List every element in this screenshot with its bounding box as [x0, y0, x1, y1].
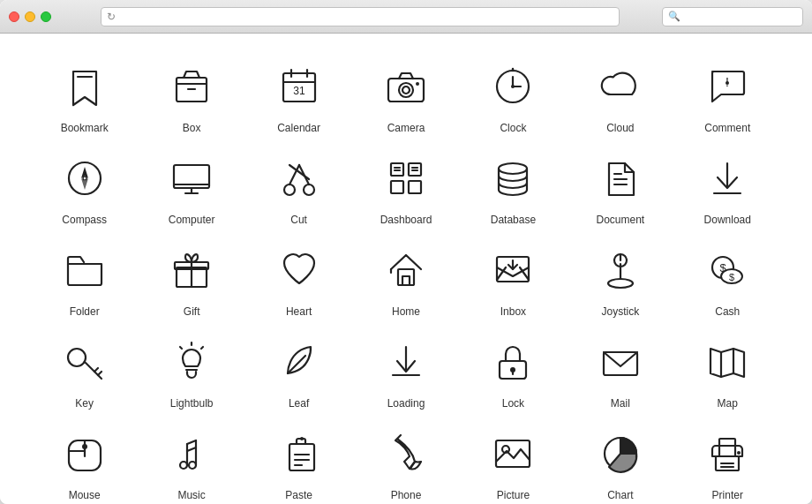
icon-item-clock[interactable]: Clock: [464, 60, 562, 134]
icon-item-heart[interactable]: Heart: [250, 244, 348, 318]
icon-item-lightbulb[interactable]: Lightbulb: [142, 335, 240, 410]
picture-label: Picture: [497, 489, 530, 501]
icon-item-leaf[interactable]: Leaf: [250, 335, 348, 410]
compass-label: Compass: [62, 214, 107, 226]
icon-item-map[interactable]: Map: [679, 335, 777, 410]
svg-line-67: [180, 347, 182, 349]
svg-line-62: [94, 368, 98, 372]
traffic-lights: [9, 11, 51, 22]
svg-rect-33: [391, 181, 403, 193]
svg-text:$: $: [729, 272, 734, 282]
joystick-label: Joystick: [602, 305, 640, 318]
inbox-label: Inbox: [500, 305, 526, 318]
icon-item-paste[interactable]: Paste: [250, 427, 348, 501]
svg-point-87: [300, 437, 304, 440]
cash-label: Cash: [715, 305, 740, 318]
svg-point-84: [189, 462, 196, 469]
camera-label: Camera: [387, 122, 425, 134]
home-icon: [380, 244, 432, 297]
icons-grid: Bookmark Box 31 Calendar Camera Clock Cl…: [35, 60, 777, 501]
svg-point-79: [82, 444, 87, 449]
svg-point-39: [499, 163, 527, 174]
icon-item-lock[interactable]: Lock: [464, 335, 562, 410]
cloud-label: Cloud: [606, 122, 634, 134]
svg-line-61: [86, 363, 102, 379]
heart-icon: [273, 244, 326, 297]
printer-icon: [701, 427, 754, 480]
svg-point-98: [737, 451, 741, 455]
dashboard-icon: [380, 152, 432, 205]
icon-item-gift[interactable]: Gift: [142, 244, 240, 318]
svg-line-63: [98, 372, 102, 375]
icon-item-cloud[interactable]: Cloud: [571, 60, 669, 134]
svg-rect-86: [289, 444, 314, 470]
comment-label: Comment: [704, 122, 750, 134]
refresh-icon: ↻: [107, 11, 116, 23]
computer-icon: [165, 152, 218, 205]
icon-item-calendar[interactable]: 31 Calendar: [250, 60, 348, 134]
phone-icon: [380, 427, 432, 480]
lightbulb-icon: [165, 335, 218, 388]
icon-item-cash[interactable]: $ $ Cash: [679, 244, 777, 318]
icon-item-joystick[interactable]: Joystick: [571, 244, 669, 318]
chart-icon: [594, 427, 647, 480]
icon-item-chart[interactable]: Chart: [571, 427, 669, 501]
icon-item-folder[interactable]: Folder: [35, 244, 133, 318]
icon-item-home[interactable]: Home: [357, 244, 455, 318]
heart-label: Heart: [286, 305, 312, 318]
icon-item-bookmark[interactable]: Bookmark: [35, 60, 133, 134]
loading-label: Loading: [387, 397, 425, 410]
svg-point-9: [399, 83, 413, 97]
cash-icon: $ $: [701, 244, 754, 297]
bookmark-icon: [58, 60, 111, 113]
home-label: Home: [392, 305, 420, 318]
camera-icon: [380, 60, 432, 113]
icon-item-box[interactable]: Box: [142, 60, 240, 134]
map-icon: [701, 335, 754, 388]
comment-icon: !: [701, 60, 754, 113]
address-bar[interactable]: ↻: [101, 7, 620, 26]
icon-item-dashboard[interactable]: Dashboard: [357, 152, 455, 226]
key-label: Key: [75, 397, 94, 410]
icon-item-comment[interactable]: ! Comment: [679, 60, 777, 134]
icon-item-mouse[interactable]: Mouse: [35, 427, 133, 501]
search-bar[interactable]: 🔍: [662, 7, 803, 26]
compass-icon: [58, 152, 111, 205]
icon-item-camera[interactable]: Camera: [357, 60, 455, 134]
icon-item-database[interactable]: Database: [464, 152, 562, 226]
icon-item-phone[interactable]: Phone: [357, 427, 455, 501]
joystick-icon: [594, 244, 647, 297]
icon-item-document[interactable]: Document: [571, 152, 669, 226]
chart-label: Chart: [607, 489, 633, 501]
icon-item-picture[interactable]: Picture: [464, 427, 562, 501]
content-area: Bookmark Box 31 Calendar Camera Clock Cl…: [0, 34, 812, 504]
svg-rect-34: [409, 181, 421, 193]
icon-item-mail[interactable]: Mail: [571, 335, 669, 410]
icon-item-compass[interactable]: Compass: [35, 152, 133, 226]
svg-point-21: [83, 177, 86, 180]
minimize-button[interactable]: [25, 11, 35, 22]
clock-icon: [486, 60, 539, 113]
svg-point-52: [608, 279, 633, 288]
svg-text:!: !: [726, 75, 729, 89]
svg-point-10: [402, 87, 410, 94]
icon-item-inbox[interactable]: Inbox: [464, 244, 562, 318]
lightbulb-label: Lightbulb: [170, 397, 214, 410]
icon-item-loading[interactable]: Loading: [357, 335, 455, 410]
gift-label: Gift: [184, 305, 200, 318]
svg-point-11: [416, 82, 419, 86]
svg-line-66: [201, 347, 203, 349]
icon-item-music[interactable]: Music: [142, 427, 240, 501]
icon-item-cut[interactable]: Cut: [250, 152, 348, 226]
icon-item-download[interactable]: Download: [679, 152, 777, 226]
main-window: ↻ 🔍 Bookmark Box 31 Calendar Camera Cloc…: [0, 0, 812, 504]
close-button[interactable]: [9, 11, 19, 22]
icon-item-key[interactable]: Key: [35, 335, 133, 410]
svg-point-27: [304, 184, 314, 195]
icon-item-printer[interactable]: Printer: [679, 427, 777, 501]
music-icon: [165, 427, 218, 480]
icon-item-computer[interactable]: Computer: [142, 152, 240, 226]
search-icon: 🔍: [668, 11, 680, 22]
maximize-button[interactable]: [41, 11, 51, 22]
svg-marker-74: [710, 349, 744, 377]
